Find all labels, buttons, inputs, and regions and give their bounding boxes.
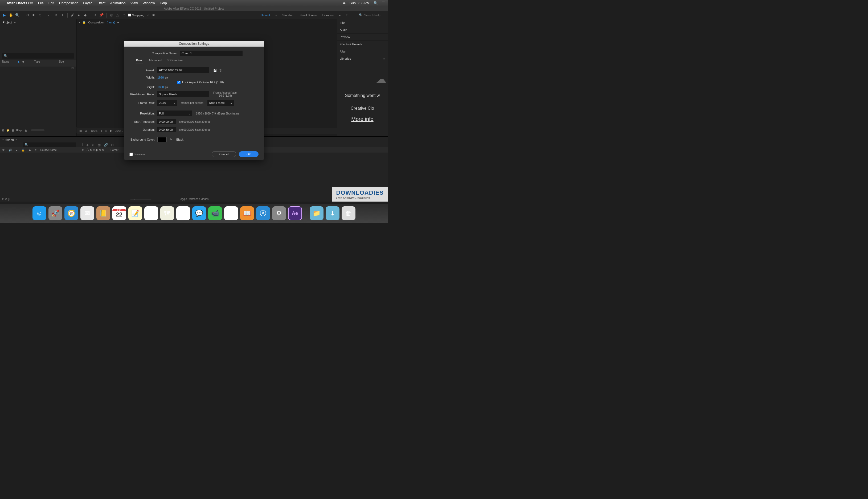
- resolution-select[interactable]: Full ⌄: [157, 110, 192, 117]
- panel-menu-icon[interactable]: ≡: [383, 57, 385, 60]
- col-type[interactable]: Type: [34, 60, 40, 66]
- menu-edit[interactable]: Edit: [48, 1, 54, 5]
- lock-aspect-checkbox[interactable]: Lock Aspect Ratio to 16:9 (1.78): [177, 81, 224, 84]
- dock-mail-icon[interactable]: ✉: [81, 206, 94, 220]
- rotate-tool-icon[interactable]: ⟲: [25, 13, 29, 17]
- hand-tool-icon[interactable]: ✋: [9, 13, 13, 17]
- dock-itunes-icon[interactable]: ♫: [224, 206, 238, 220]
- rect-tool-icon[interactable]: ▭: [47, 13, 52, 17]
- preview-input[interactable]: [130, 153, 133, 156]
- framerate-select[interactable]: 29.97 ⌄: [157, 100, 177, 106]
- dock-notes-icon[interactable]: 📝: [129, 206, 142, 220]
- toggle-switches-button[interactable]: Toggle Switches / Modes: [179, 197, 209, 200]
- eyedropper-icon[interactable]: ✎: [170, 138, 172, 142]
- preset-select[interactable]: HDTV 1080 29.97 ⌄: [157, 68, 209, 73]
- panel-menu-icon[interactable]: ≡: [15, 138, 17, 141]
- dock-ibooks-icon[interactable]: 📖: [240, 206, 254, 220]
- dock-reminders-icon[interactable]: ☑: [144, 206, 158, 220]
- tl-icon[interactable]: ⊕: [92, 143, 95, 147]
- menu-composition[interactable]: Composition: [59, 1, 78, 5]
- display-icon[interactable]: 🖥: [84, 130, 87, 132]
- pan-behind-tool-icon[interactable]: ⊙: [38, 13, 42, 17]
- dock-safari-icon[interactable]: 🧭: [64, 206, 78, 220]
- workspace-standard[interactable]: Standard: [282, 14, 294, 17]
- col-parent[interactable]: Parent: [110, 149, 118, 151]
- menu-window[interactable]: Window: [143, 1, 155, 5]
- workspace-menu-icon[interactable]: ≡: [275, 14, 277, 17]
- col-size[interactable]: Size: [59, 60, 64, 66]
- align-panel[interactable]: Align: [337, 48, 388, 55]
- dock-apps-folder-icon[interactable]: 📁: [310, 206, 323, 220]
- workspace-default[interactable]: Default: [261, 14, 270, 17]
- eye-icon[interactable]: 👁: [2, 149, 5, 151]
- duration-input[interactable]: [157, 127, 176, 132]
- time-display[interactable]: 0:00:...: [115, 130, 123, 132]
- camera-tool-icon[interactable]: ■: [31, 13, 36, 17]
- workspace-libraries[interactable]: Libraries: [322, 14, 334, 17]
- lock-aspect-input[interactable]: [177, 81, 181, 84]
- snap-icon[interactable]: ⊞: [152, 13, 155, 17]
- snapping-toggle[interactable]: Snapping ⤢ ⊞: [128, 13, 155, 17]
- save-preset-icon[interactable]: 💾: [213, 69, 217, 72]
- par-select[interactable]: Square Pixels ⌄: [157, 91, 209, 97]
- tab-basic[interactable]: Basic: [136, 59, 143, 63]
- clone-tool-icon[interactable]: ▲: [76, 13, 81, 17]
- workspace-more-icon[interactable]: »: [339, 14, 341, 17]
- col-name[interactable]: Name: [2, 60, 9, 66]
- dock-trash-icon[interactable]: 🗑: [342, 206, 355, 220]
- dock-maps-icon[interactable]: 🗺: [160, 206, 174, 220]
- interpret-icon[interactable]: ⊟: [2, 129, 4, 132]
- start-timecode-input[interactable]: [157, 119, 176, 124]
- search-help[interactable]: 🔍: [359, 13, 386, 17]
- comp-name-input[interactable]: [180, 51, 243, 56]
- channel-icon[interactable]: ◐: [110, 130, 112, 132]
- dock-downloads-icon[interactable]: ⬇: [326, 206, 340, 220]
- bg-color-swatch[interactable]: [157, 137, 167, 142]
- menu-animation[interactable]: Animation: [110, 1, 126, 5]
- col-num[interactable]: #: [35, 149, 36, 151]
- close-tab-icon[interactable]: ×: [78, 21, 80, 24]
- project-search[interactable]: 🔍: [2, 53, 74, 59]
- selection-tool-icon[interactable]: ▶: [2, 13, 7, 17]
- label-icon[interactable]: ◆: [29, 149, 31, 151]
- menu-file[interactable]: File: [38, 1, 44, 5]
- tl-icon[interactable]: ⤴: [82, 143, 83, 147]
- timeline-search[interactable]: 🔍: [23, 143, 76, 147]
- menu-help[interactable]: Help: [160, 1, 167, 5]
- col-source[interactable]: Source Name: [40, 149, 57, 151]
- dropdown-icon[interactable]: ▾: [101, 130, 102, 132]
- dock-appstore-icon[interactable]: Ⓐ: [256, 206, 270, 220]
- tool-icon[interactable]: ◐: [109, 13, 114, 17]
- dock-aftereffects-icon[interactable]: Ae: [288, 206, 302, 220]
- alpha-icon[interactable]: ▦: [80, 130, 82, 132]
- effects-presets-panel[interactable]: Effects & Presets: [337, 41, 388, 48]
- dock-messages-icon[interactable]: 💬: [192, 206, 206, 220]
- switches-icons[interactable]: ⊞ ✦ ╲ fx ⊟ ◐ ⊙ ⊕: [82, 149, 104, 151]
- tool-icon[interactable]: ◇: [122, 13, 126, 17]
- menu-icon[interactable]: ☰: [382, 1, 385, 5]
- solo-icon[interactable]: ●: [16, 149, 17, 151]
- info-panel[interactable]: Info: [337, 19, 388, 26]
- dock-calendar-icon[interactable]: OCT22: [112, 206, 126, 220]
- zoom-tool-icon[interactable]: 🔍: [15, 13, 20, 17]
- workspace-reset-icon[interactable]: ⊟: [346, 13, 348, 17]
- height-value[interactable]: 1080: [157, 85, 164, 89]
- ok-button[interactable]: OK: [239, 151, 258, 157]
- dock-contacts-icon[interactable]: 📒: [96, 206, 110, 220]
- bpc-label[interactable]: 8 bpc: [16, 129, 23, 132]
- puppet-tool-icon[interactable]: 📌: [99, 13, 104, 17]
- close-tab-icon[interactable]: ×: [2, 138, 4, 141]
- libraries-panel[interactable]: Libraries ≡: [337, 55, 388, 62]
- tl-icon[interactable]: ▦: [98, 143, 101, 147]
- dock-launchpad-icon[interactable]: 🚀: [48, 206, 62, 220]
- dock-facetime-icon[interactable]: 📹: [208, 206, 222, 220]
- cancel-button[interactable]: Cancel: [212, 151, 236, 157]
- trash-icon[interactable]: 🗑: [25, 129, 27, 132]
- spotlight-icon[interactable]: 🔍: [374, 1, 378, 5]
- panel-menu-icon[interactable]: ≡: [14, 21, 15, 24]
- clock[interactable]: Sun 3:56 PM: [350, 1, 369, 5]
- more-info-link[interactable]: More info: [340, 116, 385, 122]
- res-icon[interactable]: ⊞: [105, 130, 107, 132]
- dropframe-select[interactable]: Drop Frame ⌄: [207, 100, 234, 106]
- comp-icon[interactable]: ▦: [12, 129, 14, 132]
